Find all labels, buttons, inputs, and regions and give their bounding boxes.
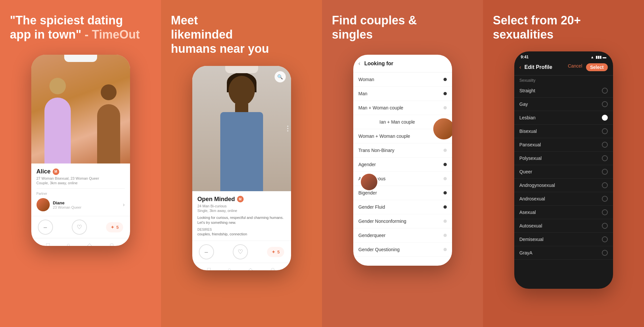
dot-icon (443, 248, 447, 251)
minus-button-2[interactable]: – (199, 244, 214, 259)
select-button[interactable]: Select (586, 63, 607, 71)
dark-notch (547, 51, 580, 59)
status-icons: ▲ ▮▮▮ ▬ (591, 55, 606, 59)
section-label: Sexuality (514, 75, 613, 84)
dot-icon (443, 149, 447, 152)
nav-home-icon-2[interactable]: □ (207, 266, 211, 270)
overlap-avatar (360, 173, 378, 191)
partner-name: Diane (53, 200, 82, 205)
dark-list-item[interactable]: Androgynosexual (514, 179, 613, 192)
profile-name: Alice (37, 168, 51, 175)
status-time: 9:41 (521, 55, 529, 59)
list-item[interactable]: Gender Fluid (353, 200, 452, 214)
figure-man (94, 84, 123, 164)
list-item[interactable]: Woman (353, 73, 452, 87)
list-item[interactable]: Man (353, 87, 452, 101)
floating-avatar-img (433, 118, 452, 139)
panel-4: Select from 20+sexualities 9:41 ▲ ▮▮▮ ▬ … (483, 0, 644, 327)
list-container: Woman Man Man + Woman couple Ian + Man c… (353, 73, 452, 266)
dark-list-item[interactable]: Gay (514, 98, 613, 111)
nav-profile-icon-2[interactable]: ☺ (270, 266, 276, 270)
figure-man2 (209, 73, 275, 191)
partner-info: Diane 23 Woman Queer (53, 200, 82, 209)
figure-woman (41, 78, 74, 164)
phone-mockup-1: Alice M 27 Woman Bisexual, 23 Woman Quee… (31, 55, 130, 246)
dot-icon (443, 205, 447, 209)
list-item[interactable]: Agender (353, 158, 452, 172)
sparkle-button-2[interactable]: ✦ 5 (267, 247, 284, 257)
partner-desc: 23 Woman Queer (53, 205, 82, 209)
search-icon-overlay[interactable]: 🔍 (275, 71, 286, 82)
list-item[interactable]: Genderqueer (353, 228, 452, 243)
dark-list-item[interactable]: Pansexual (514, 138, 613, 152)
dark-back-arrow-icon[interactable]: ‹ (520, 64, 521, 70)
profile-info-22: Single, 3km away, online (198, 209, 286, 213)
desires-label: Desires (198, 228, 286, 231)
partner-arrow-icon: › (123, 202, 124, 208)
cancel-button[interactable]: Cancel (568, 63, 582, 71)
dot-icon (443, 163, 447, 166)
dark-list-item[interactable]: Lesbian (514, 111, 613, 125)
scroll-dot-3 (287, 130, 288, 132)
panel-3: Find couples &singles ‹ Looking for Woma… (322, 0, 483, 327)
dark-list-item[interactable]: Demisexual (514, 233, 613, 246)
dot-icon (443, 78, 447, 81)
heart-button-2[interactable]: ♡ (233, 244, 248, 259)
wifi-icon: ▲ (591, 55, 594, 59)
scroll-indicator (287, 126, 288, 132)
list-item[interactable]: Gender Questioning (353, 243, 452, 257)
dark-list-item[interactable]: Asexual (514, 206, 613, 219)
scroll-dot-2 (287, 128, 288, 129)
nav-chat-icon[interactable]: ◇ (87, 242, 92, 246)
dark-list-item[interactable]: Androsexual (514, 192, 613, 206)
nav-chat-icon-2[interactable]: ◇ (248, 266, 253, 270)
dark-list-item[interactable]: Polysexual (514, 152, 613, 165)
dark-list-item[interactable]: Bisexual (514, 125, 613, 138)
phone-mockup-3: ‹ Looking for Woman Man Man + Woman coup… (353, 55, 452, 266)
radio-lesbian[interactable] (602, 115, 608, 121)
radio-autosexual[interactable] (602, 223, 608, 229)
nav-profile-icon[interactable]: ☺ (109, 242, 115, 246)
dark-list-item[interactable]: Autosexual (514, 219, 613, 233)
radio-androsexual[interactable] (602, 196, 608, 202)
bottom-nav-2: □ ○ ◇ ☺ (192, 263, 291, 270)
sparkle-button[interactable]: ✦ 5 (106, 222, 123, 232)
profile-badge-2: M (237, 196, 244, 202)
bottom-nav-1: □ ○ ◇ ☺ (31, 238, 130, 246)
partner-row[interactable]: Diane 23 Woman Queer › (37, 198, 125, 211)
radio-bisexual[interactable] (602, 128, 608, 134)
scroll-dot-1 (287, 126, 288, 127)
radio-pansexual[interactable] (602, 142, 608, 148)
radio-graya[interactable] (602, 250, 608, 256)
heart-button[interactable]: ♡ (72, 220, 87, 235)
minus-button[interactable]: – (38, 220, 53, 235)
signal-icon: ▮▮▮ (596, 55, 602, 59)
sparkle-count-2: 5 (277, 250, 280, 254)
radio-androgynosexual[interactable] (602, 182, 608, 188)
list-item[interactable]: Gender Nonconforming (353, 214, 452, 228)
profile-info-2: Couple, 3km away, online (37, 181, 125, 185)
nav-search-icon-2[interactable]: ○ (228, 266, 231, 270)
dot-icon (443, 177, 447, 180)
cover-photo-1 (31, 55, 130, 164)
radio-queer[interactable] (602, 169, 608, 175)
radio-asexual[interactable] (602, 209, 608, 215)
dark-list-item[interactable]: GrayA (514, 246, 613, 260)
panel-2: Meet likeminded humans near you 🔍 (161, 0, 322, 327)
radio-gay[interactable] (602, 101, 608, 107)
profile-name-row: Alice M (37, 168, 125, 175)
back-arrow-icon[interactable]: ‹ (359, 60, 361, 67)
panel-3-title: Find couples &singles (332, 13, 417, 42)
nav-search-icon[interactable]: ○ (67, 242, 70, 246)
dark-list-item[interactable]: Straight (514, 84, 613, 98)
dark-list-item[interactable]: Queer (514, 165, 613, 179)
notch-1 (64, 55, 97, 62)
list-item[interactable]: Man + Woman couple (353, 101, 452, 115)
list-item[interactable]: Trans Non-Binary (353, 143, 452, 158)
panel-1-title-source: - TimeOut (85, 28, 140, 41)
list-header: ‹ Looking for (353, 55, 452, 73)
radio-demisexual[interactable] (602, 236, 608, 242)
nav-home-icon[interactable]: □ (46, 242, 50, 246)
radio-polysexual[interactable] (602, 155, 608, 161)
radio-straight[interactable] (602, 88, 608, 94)
